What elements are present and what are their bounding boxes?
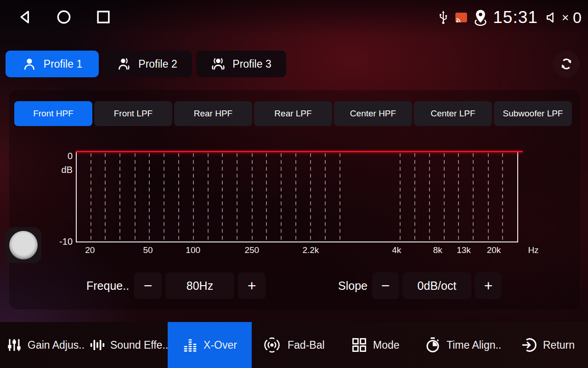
vertical-gridline (266, 153, 267, 242)
nav-time-align[interactable]: Time Align.. (424, 322, 501, 368)
vertical-gridline (178, 153, 179, 242)
x-tick: 100 (186, 245, 200, 255)
vertical-gridline (325, 153, 326, 242)
tab-center-hpf[interactable]: Center HPF (334, 101, 412, 126)
return-arrow-icon (521, 337, 537, 353)
vertical-gridline (502, 153, 503, 242)
tab-subwoofer-lpf[interactable]: Subwoofer LPF (494, 101, 572, 126)
profile-person-icon (22, 57, 37, 71)
vertical-gridline (339, 153, 340, 242)
volume-level: 0 (573, 9, 582, 27)
profile-person-waves-icon (211, 57, 226, 71)
recents-icon[interactable] (95, 8, 112, 26)
plus-icon: + (484, 277, 493, 294)
tab-profile-1[interactable]: Profile 1 (6, 51, 99, 77)
y-axis-unit: dB (52, 165, 73, 175)
vertical-gridline (237, 153, 237, 242)
vertical-gridline (193, 153, 194, 242)
tab-center-lpf[interactable]: Center LPF (414, 101, 492, 126)
nav-mode[interactable]: Mode (351, 322, 400, 368)
floating-knob-button[interactable] (6, 227, 41, 263)
filter-tab-label: Front HPF (33, 109, 74, 119)
vertical-gridline (281, 153, 282, 242)
home-icon[interactable] (55, 8, 73, 26)
tab-front-hpf[interactable]: Front HPF (14, 101, 92, 126)
vertical-gridline (458, 153, 459, 242)
knob-ball (9, 231, 38, 259)
nav-gain-adjust[interactable]: Gain Adjus.. (6, 322, 85, 368)
filter-tab-label: Subwoofer LPF (503, 109, 563, 119)
nav-xover[interactable]: X-Over (168, 322, 252, 368)
vertical-gridline (310, 153, 311, 242)
filter-tab-label: Center HPF (350, 109, 396, 119)
location-icon (472, 9, 489, 26)
frequency-minus-button[interactable]: − (134, 272, 162, 299)
slope-minus-button[interactable]: − (372, 272, 399, 299)
slope-plus-button[interactable]: + (475, 272, 502, 299)
vertical-gridline (295, 153, 296, 242)
frequency-value: 80Hz (165, 272, 234, 299)
status-indicators: 15:31 × 0 (436, 6, 582, 29)
vertical-gridline (119, 153, 120, 242)
nav-sound-effect[interactable]: Sound Effe.. (89, 322, 168, 368)
filter-tab-label: Front LPF (114, 109, 153, 119)
vertical-gridline (135, 153, 136, 242)
filter-tab-label: Center LPF (430, 109, 475, 119)
volume-mute-x: × (562, 11, 569, 25)
filter-tab-label: Rear LPF (274, 109, 311, 119)
gain-sliders-icon (6, 337, 22, 353)
vertical-gridline (222, 153, 223, 242)
profile-tab-label: Profile 1 (44, 58, 82, 70)
reset-sync-button[interactable] (553, 51, 580, 77)
sound-effect-bars-icon (89, 337, 105, 353)
frequency-plus-button[interactable]: + (238, 272, 266, 299)
plus-icon: + (248, 277, 256, 294)
x-tick: 20k (487, 245, 501, 255)
back-icon[interactable] (17, 8, 34, 26)
minus-icon: − (144, 277, 153, 294)
mode-grid-icon (351, 337, 368, 353)
tab-rear-lpf[interactable]: Rear LPF (254, 101, 332, 126)
x-tick: 2.2k (302, 245, 319, 255)
nav-label: X-Over (204, 339, 237, 351)
x-tick: 250 (244, 245, 259, 255)
vertical-gridline (444, 153, 445, 242)
x-tick: 4k (392, 245, 401, 255)
sync-reset-icon (559, 56, 574, 72)
bottom-nav-bar: Gain Adjus.. Sound Effe.. (0, 322, 588, 368)
tab-front-lpf[interactable]: Front LPF (94, 101, 172, 126)
profile-tab-label: Profile 2 (138, 58, 177, 70)
vertical-gridline (473, 153, 474, 242)
vertical-gridline (149, 153, 150, 242)
nav-return[interactable]: Return (521, 322, 575, 368)
frequency-label: Freque.. (86, 272, 129, 299)
status-bar: 15:31 × 0 (0, 0, 588, 36)
vertical-gridline (429, 153, 430, 242)
x-axis-unit: Hz (528, 245, 538, 255)
x-tick: 50 (143, 245, 153, 255)
x-tick: 8k (433, 245, 442, 255)
x-tick: 13k (457, 245, 471, 255)
nav-label: Time Align.. (447, 339, 501, 351)
tab-profile-3[interactable]: Profile 3 (196, 51, 286, 77)
nav-label: Sound Effe.. (110, 339, 168, 351)
response-curve-line (76, 151, 523, 152)
nav-fad-bal[interactable]: Fad-Bal (262, 322, 325, 368)
nav-label: Mode (373, 339, 400, 351)
vertical-gridline (164, 153, 164, 242)
nav-label: Fad-Bal (288, 339, 325, 351)
vertical-gridline (105, 153, 106, 242)
profile-tab-label: Profile 3 (232, 58, 271, 70)
response-curve-chart (76, 152, 518, 242)
tab-rear-hpf[interactable]: Rear HPF (174, 101, 252, 126)
vertical-gridline (208, 153, 209, 242)
profile-person-wave-icon (117, 57, 131, 71)
nav-label: Gain Adjus.. (28, 339, 85, 351)
x-axis-labels: 20 50 100 250 2.2k 4k 8k 20k 13k Hz (76, 245, 518, 257)
x-tick: 20 (85, 245, 95, 255)
vertical-gridline (400, 153, 401, 242)
time-alignment-stopwatch-icon (424, 337, 441, 353)
vertical-gridline (90, 153, 91, 242)
minus-icon: − (381, 277, 390, 294)
tab-profile-2[interactable]: Profile 2 (102, 51, 192, 77)
